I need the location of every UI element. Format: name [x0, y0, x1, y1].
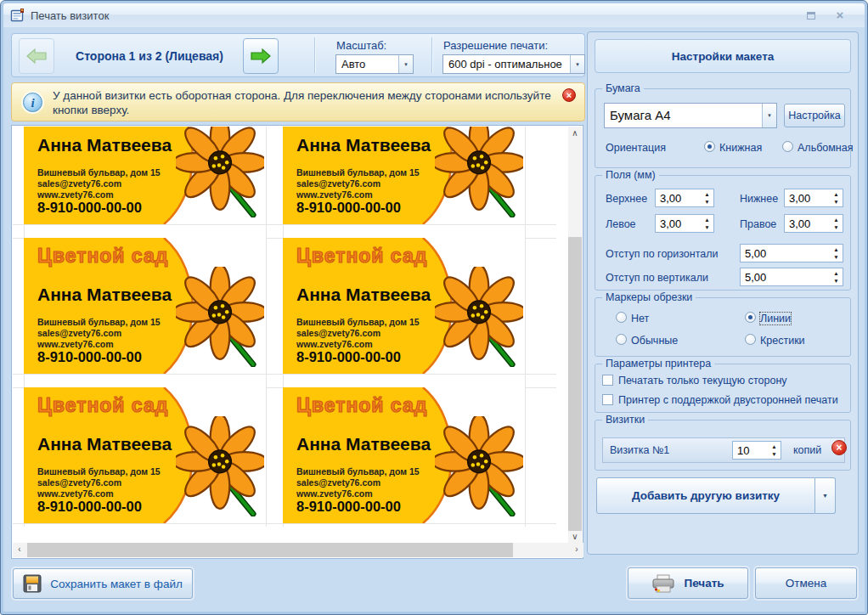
spin-down-icon[interactable]: ▼ — [833, 224, 838, 230]
orientation-landscape-label[interactable]: Альбомная — [798, 142, 853, 154]
spin-up-icon[interactable]: ▲ — [771, 443, 776, 449]
margin-left-value[interactable]: 3,00 — [656, 215, 701, 232]
card-email: sales@zvety76.com — [37, 328, 161, 339]
margin-top-spinner[interactable]: 3,00 ▲▼ — [655, 189, 714, 207]
margin-right-spinner[interactable]: 3,00 ▲▼ — [784, 214, 843, 233]
add-card-button[interactable]: Добавить другую визитку — [596, 477, 815, 514]
horizontal-scrollbar[interactable]: ‹ › — [13, 543, 583, 557]
preview-viewport[interactable]: Цветной сад Анна Матвеева Вишневый бульв… — [13, 127, 568, 544]
copies-spinner[interactable]: 10 ▲▼ — [732, 441, 781, 460]
spin-down-icon[interactable]: ▼ — [833, 278, 838, 284]
copies-value[interactable]: 10 — [733, 442, 768, 459]
next-side-button[interactable] — [243, 38, 279, 74]
margin-bottom-value[interactable]: 3,00 — [785, 189, 830, 206]
markers-none-label[interactable]: Нет — [631, 313, 649, 324]
orientation-portrait-label[interactable]: Книжная — [719, 142, 762, 154]
margins-group: Поля (мм) Верхнее 3,00 ▲▼ Нижнее 3,00 ▲▼… — [595, 175, 851, 291]
flower-image — [435, 416, 523, 516]
spin-up-icon[interactable]: ▲ — [833, 191, 838, 197]
card-contact-lines: Вишневый бульвар, дом 15 sales@zvety76.c… — [296, 466, 420, 499]
paper-select[interactable]: Бумага A4 ▼ — [604, 103, 777, 128]
paper-group: Бумага Бумага A4 ▼ Настройка Ориентация … — [595, 88, 851, 168]
spin-up-icon[interactable]: ▲ — [833, 217, 838, 223]
v-spacing-label: Отступ по вертикали — [606, 272, 708, 284]
spin-down-icon[interactable]: ▼ — [771, 451, 776, 457]
scale-select[interactable]: Авто ▼ — [335, 54, 414, 74]
add-card-dropdown-button[interactable]: ▼ — [815, 477, 836, 514]
scroll-down-icon[interactable]: ∨ — [568, 530, 582, 544]
info-message-line2: кнопки вверху. — [53, 103, 562, 117]
business-card-preview: Цветной сад Анна Матвеева Вишневый бульв… — [24, 238, 266, 374]
margin-top-value[interactable]: 3,00 — [656, 189, 701, 206]
scroll-right-icon[interactable]: › — [570, 543, 583, 556]
orientation-landscape-radio[interactable] — [782, 141, 793, 152]
card-phone: 8-910-000-00-00 — [296, 349, 401, 365]
h-spacing-spinner[interactable]: 5,00 ▲▼ — [740, 244, 843, 262]
margin-bottom-spinner[interactable]: 3,00 ▲▼ — [784, 189, 843, 207]
spin-up-icon[interactable]: ▲ — [833, 246, 838, 252]
card-phone: 8-910-000-00-00 — [296, 499, 401, 515]
resolution-select[interactable]: 600 dpi - оптимальное ▼ — [442, 54, 585, 74]
chevron-down-icon[interactable]: ▼ — [762, 104, 776, 127]
spin-up-icon[interactable]: ▲ — [704, 191, 709, 197]
delete-card-button[interactable]: × — [831, 440, 847, 455]
print-current-side-label[interactable]: Печатать только текущую сторону — [618, 375, 787, 386]
markers-crosses-label[interactable]: Крестики — [760, 335, 805, 347]
spin-down-icon[interactable]: ▼ — [704, 199, 709, 205]
card-list-item[interactable]: Визитка №1 10 ▲▼ копий × — [602, 437, 845, 463]
resolution-label: Разрешение печати: — [443, 39, 548, 52]
margin-right-value[interactable]: 3,00 — [785, 215, 830, 232]
scroll-left-icon[interactable]: ‹ — [13, 543, 26, 556]
spin-down-icon[interactable]: ▼ — [833, 199, 838, 205]
chevron-down-icon[interactable]: ▼ — [398, 55, 413, 73]
print-button[interactable]: Печать — [628, 567, 748, 599]
settings-header: Настройки макета — [595, 39, 851, 73]
print-current-side-checkbox[interactable] — [602, 375, 613, 386]
spin-up-icon[interactable]: ▲ — [704, 217, 709, 223]
duplex-printer-label[interactable]: Принтер с поддержкой двусторонней печати — [618, 394, 838, 406]
markers-crosses-radio[interactable] — [745, 334, 756, 345]
close-button[interactable]: × — [831, 8, 849, 23]
maximize-button[interactable] — [802, 8, 820, 23]
info-close-button[interactable]: × — [562, 88, 576, 102]
spin-down-icon[interactable]: ▼ — [704, 224, 709, 230]
card-email: sales@zvety76.com — [37, 477, 161, 488]
markers-lines-radio[interactable] — [745, 312, 756, 323]
h-spacing-value[interactable]: 5,00 — [741, 245, 830, 262]
vertical-scrollbar[interactable]: ∧ ∨ — [568, 127, 582, 544]
markers-lines-label[interactable]: Линии — [760, 313, 791, 324]
spin-up-icon[interactable]: ▲ — [833, 270, 838, 276]
card-company: Цветной сад — [37, 245, 168, 268]
markers-plain-radio[interactable] — [616, 334, 627, 345]
business-card-preview: Цветной сад Анна Матвеева Вишневый бульв… — [24, 387, 266, 523]
card-phone: 8-910-000-00-00 — [37, 349, 142, 365]
v-spacing-spinner[interactable]: 5,00 ▲▼ — [740, 268, 843, 286]
crop-markers-group-label: Маркеры обрезки — [602, 291, 696, 303]
margin-left-spinner[interactable]: 3,00 ▲▼ — [655, 214, 714, 233]
card-email: sales@zvety76.com — [296, 328, 420, 339]
markers-none-radio[interactable] — [616, 312, 627, 323]
duplex-printer-checkbox[interactable] — [602, 394, 613, 405]
info-banner: i У данной визитки есть оборотная сторон… — [11, 82, 585, 121]
cancel-button[interactable]: Отмена — [755, 567, 857, 599]
chevron-down-icon[interactable]: ▼ — [570, 55, 584, 73]
previous-side-button[interactable] — [19, 38, 54, 74]
flower-image — [176, 267, 264, 367]
paper-setup-button[interactable]: Настройка — [784, 104, 845, 127]
card-person-name: Анна Матвеева — [296, 434, 431, 454]
orientation-portrait-radio[interactable] — [704, 141, 715, 152]
save-layout-button[interactable]: Сохранить макет в файл — [13, 568, 193, 599]
card-person-name: Анна Матвеева — [37, 285, 172, 305]
printer-options-group: Параметры принтера Печатать только текущ… — [595, 364, 851, 413]
preview-area: Цветной сад Анна Матвеева Вишневый бульв… — [11, 125, 583, 559]
title-bar[interactable]: Печать визиток × — [3, 3, 865, 27]
card-email: sales@zvety76.com — [296, 477, 420, 488]
toolbar: Сторона 1 из 2 (Лицевая) Масштаб: Авто ▼… — [11, 33, 585, 77]
v-spacing-value[interactable]: 5,00 — [741, 268, 830, 285]
scroll-up-icon[interactable]: ∧ — [568, 127, 582, 140]
markers-plain-label[interactable]: Обычные — [631, 335, 678, 347]
horizontal-scroll-thumb[interactable] — [27, 543, 513, 557]
toolbar-divider — [314, 37, 315, 73]
spin-down-icon[interactable]: ▼ — [833, 254, 838, 260]
vertical-scroll-thumb[interactable] — [568, 237, 582, 531]
